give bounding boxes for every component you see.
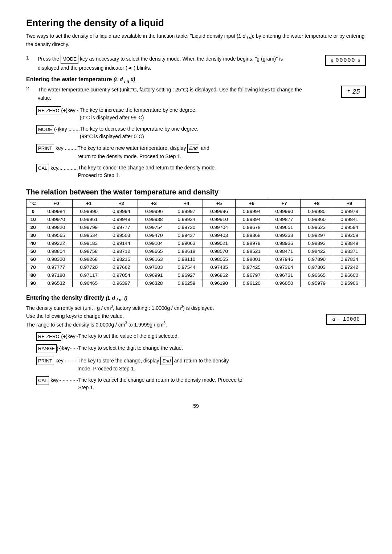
col-header-1: +1 [73,199,105,207]
table-cell-density: 0.98570 [203,247,236,255]
table-cell-density: 0.99403 [203,231,236,239]
table-cell-density: 0.99990 [268,207,301,215]
table-cell-density: 0.97242 [333,263,366,271]
table-cell-density: 0.98849 [333,239,366,247]
table-cell-density: 0.98110 [170,255,203,263]
table-cell-density: 0.98979 [235,239,268,247]
table-cell-density: 0.97777 [40,263,73,271]
table-cell-density: 0.99924 [170,215,203,223]
density-table-section: The relation between the water temperatu… [26,188,366,287]
density-directly-intro-text: The density currently set (unit : g / cm… [26,304,319,328]
table-row: 700.977770.977200.976620.976030.975440.9… [26,263,366,271]
table-cell-density: 0.98712 [105,247,138,255]
table-cell-density: 0.99984 [40,207,73,215]
cal-key-1: CAL [36,164,49,173]
rezero-key-entry-2: RE-ZERO(+)key·· The key to set the value… [36,332,366,341]
water-temp-keys: RE-ZERO(+)key ·· The key to increase the… [36,106,366,179]
table-cell-density: 0.99063 [170,239,203,247]
table-cell-density: 0.98471 [268,247,301,255]
table-cell-density: 0.98371 [333,247,366,255]
table-cell-density: 0.99259 [333,231,366,239]
intro-paragraph: Two ways to set the density of a liquid … [26,32,366,48]
temp-display-box: t 25 [341,86,366,98]
table-cell-density: 0.97946 [268,255,301,263]
table-cell-temp: 0 [26,207,40,215]
table-cell-density: 0.99470 [138,231,170,239]
table-cell-temp: 40 [26,239,40,247]
table-row: 500.988040.987580.987120.986650.986180.9… [26,247,366,255]
table-cell-density: 0.98521 [235,247,268,255]
table-cell-density: 0.96259 [170,279,203,287]
table-cell-density: 0.99623 [301,223,333,231]
table-cell-temp: 30 [26,231,40,239]
table-cell-density: 0.96532 [40,279,73,287]
table-cell-density: 0.99996 [138,207,170,215]
table-cell-density: 0.96050 [268,279,301,287]
table-cell-density: 0.97117 [73,271,105,279]
table-cell-density: 0.96862 [203,271,236,279]
table-heading: The relation between the water temperatu… [26,188,366,196]
density-table: °C +0 +1 +2 +3 +4 +5 +6 +7 +8 +9 00.9998… [26,199,366,287]
table-cell-density: 0.99333 [268,231,301,239]
table-cell-density: 0.97544 [170,263,203,271]
range-key-entry: RANGE(-)key······ The key to select the … [36,344,366,353]
table-cell-density: 0.96731 [268,271,301,279]
table-cell-density: 0.99678 [235,223,268,231]
table-row: 900.965320.964650.963970.963280.962590.9… [26,279,366,287]
table-cell-density: 0.99534 [73,231,105,239]
table-cell-density: 0.98163 [138,255,170,263]
table-cell-density: 0.97054 [105,271,138,279]
display-dots-1: 00000 [335,57,355,63]
col-header-2: +2 [105,199,138,207]
range-key: RANGE [36,344,57,353]
mode-key: MODE [61,55,78,64]
temp-display-label: t [347,89,350,95]
cal-key-2: CAL [36,376,49,385]
g-display-box: g 00000 o [325,55,366,66]
table-cell-density: 0.97834 [333,255,366,263]
step-2-block: 2 The water temperature currently set (u… [26,86,366,102]
step-1-display: g 00000 o [308,55,366,66]
end-box-1: End [187,144,199,153]
table-cell-density: 0.99841 [333,215,366,223]
table-cell-density: 0.99877 [268,215,301,223]
table-cell-density: 0.99996 [203,207,236,215]
table-cell-density: 0.95979 [301,279,333,287]
step-1-block: 1 Press the MODE key as necessary to sel… [26,55,366,72]
table-cell-temp: 70 [26,263,40,271]
table-cell-density: 0.99222 [40,239,73,247]
table-row: 100.999700.999610.999490.999380.999240.9… [26,215,366,223]
end-box-2: End [160,357,172,365]
table-cell-density: 0.99021 [203,239,236,247]
table-cell-density: 0.96600 [333,271,366,279]
table-cell-density: 0.99860 [301,215,333,223]
table-cell-density: 0.96991 [138,271,170,279]
mode-key-entry-1: MODE(-)key ........ The key to decrease … [36,125,366,140]
table-cell-density: 0.98936 [268,239,301,247]
table-cell-density: 0.97303 [301,263,333,271]
table-cell-density: 0.95906 [333,279,366,287]
table-cell-density: 0.99730 [170,223,203,231]
table-cell-temp: 60 [26,255,40,263]
col-header-0: +0 [40,199,73,207]
table-cell-density: 0.96797 [235,271,268,279]
table-cell-density: 0.97662 [105,263,138,271]
table-cell-density: 0.99104 [138,239,170,247]
table-cell-density: 0.99799 [73,223,105,231]
table-cell-density: 0.99594 [333,223,366,231]
table-cell-density: 0.98001 [235,255,268,263]
rezero-key-1: RE-ZERO [36,106,61,115]
table-cell-density: 0.98618 [170,247,203,255]
table-cell-density: 0.99368 [235,231,268,239]
col-header-8: +8 [301,199,333,207]
table-cell-density: 0.97364 [268,263,301,271]
table-cell-temp: 20 [26,223,40,231]
table-cell-density: 0.99990 [73,207,105,215]
print-key-entry-2: PRINT key ········· The key to store the… [36,357,366,373]
table-cell-density: 0.99754 [138,223,170,231]
temp-display-value: 25 [352,88,360,95]
page-number: 59 [26,403,366,409]
table-cell-density: 0.98758 [73,247,105,255]
table-row: 00.999840.999900.999940.999960.999970.99… [26,207,366,215]
table-cell-density: 0.99994 [105,207,138,215]
